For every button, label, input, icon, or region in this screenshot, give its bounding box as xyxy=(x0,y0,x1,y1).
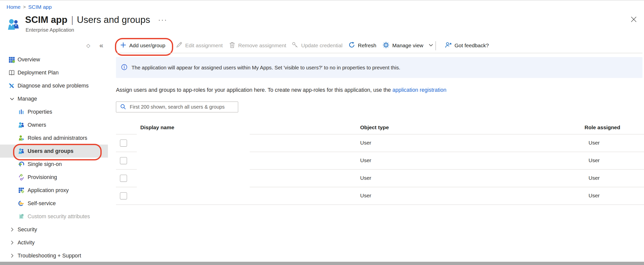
page-title-app-name: SCIM app xyxy=(25,15,68,25)
row-checkbox[interactable] xyxy=(120,140,127,147)
role-assigned-cell: User xyxy=(589,187,600,204)
sidebar-item-label: Single sign-on xyxy=(28,161,62,167)
plus-icon xyxy=(120,42,126,50)
sidebar-item-label: Custom security attributes xyxy=(28,213,90,220)
context-menu-button[interactable]: ··· xyxy=(158,16,167,24)
sidebar-section-activity[interactable]: Activity xyxy=(0,236,108,249)
add-user-group-label: Add user/group xyxy=(129,42,165,49)
sidebar-section-label: Manage xyxy=(18,96,37,102)
book-icon xyxy=(8,69,15,76)
pencil-icon xyxy=(176,41,182,50)
sidebar-section-manage[interactable]: Manage xyxy=(0,92,108,105)
object-type-cell: User xyxy=(360,134,371,152)
owners-people-icon xyxy=(18,122,25,128)
sidebar-item-custom-security-attributes[interactable]: Custom security attributes xyxy=(0,210,108,223)
info-banner: The application will appear for assigned… xyxy=(116,57,642,78)
application-proxy-icon xyxy=(18,187,25,194)
remove-assignment-button[interactable]: Remove assignment xyxy=(229,39,286,52)
table-bottom-line xyxy=(116,204,644,205)
users-groups-icon xyxy=(18,148,25,154)
assign-description-text: Assign users and groups to app-roles for… xyxy=(116,87,393,93)
breadcrumb: Home > SCIM app xyxy=(7,4,52,10)
toolbar-divider xyxy=(116,53,642,53)
collapse-menu-button[interactable]: « xyxy=(99,39,103,52)
chevron-right-icon xyxy=(9,253,15,259)
update-credential-button[interactable]: Update credential xyxy=(292,39,343,52)
azure-portal-users-and-groups-blade: Home > SCIM app SCIM app | Users and gro… xyxy=(0,0,644,265)
role-assigned-cell: User xyxy=(589,152,600,169)
page-title: SCIM app | Users and groups xyxy=(25,15,150,25)
sidebar-section-label: Activity xyxy=(18,240,35,246)
role-assigned-cell: User xyxy=(589,169,600,187)
sidebar-section-security[interactable]: Security xyxy=(0,223,108,236)
column-header-object-type[interactable]: Object type xyxy=(360,124,389,131)
overview-grid-icon xyxy=(8,56,15,63)
search-icon xyxy=(120,103,126,111)
row-checkbox[interactable] xyxy=(120,175,127,182)
redacted-display-names-overlay xyxy=(137,131,250,202)
search-input[interactable] xyxy=(129,102,238,112)
add-user-group-button[interactable]: Add user/group xyxy=(120,39,165,52)
chevron-down-icon xyxy=(9,96,15,102)
manage-view-button[interactable]: Manage view xyxy=(382,39,434,52)
user-search-box xyxy=(116,102,238,112)
sidebar-item-diagnose-and-solve-problems[interactable]: Diagnose and solve problems xyxy=(0,79,108,92)
horizontal-scrollbar[interactable] xyxy=(0,262,644,265)
chevron-down-icon xyxy=(428,42,434,49)
sidebar-item-overview[interactable]: Overview xyxy=(0,53,108,66)
manage-view-label: Manage view xyxy=(392,42,423,49)
sidebar-item-properties[interactable]: Properties xyxy=(0,105,108,118)
column-header-role-assigned[interactable]: Role assigned xyxy=(585,124,620,131)
breadcrumb-home-link[interactable]: Home xyxy=(7,4,21,10)
enterprise-app-users-icon xyxy=(7,18,20,32)
sidebar-item-label: Overview xyxy=(18,57,40,63)
sidebar-item-single-sign-on[interactable]: Single sign-on xyxy=(0,158,108,171)
application-registration-link[interactable]: application registration xyxy=(393,87,446,93)
sidebar-item-deployment-plan[interactable]: Deployment Plan xyxy=(0,66,108,79)
sidebar-item-label: Owners xyxy=(28,122,46,128)
sidebar-item-provisioning[interactable]: Provisioning xyxy=(0,171,108,184)
assign-description: Assign users and groups to app-roles for… xyxy=(116,87,446,93)
sidebar-section-label: Troubleshooting + Support xyxy=(18,253,81,259)
info-icon xyxy=(121,64,127,71)
row-checkbox[interactable] xyxy=(120,157,127,164)
refresh-label: Refresh xyxy=(358,42,376,49)
trash-icon xyxy=(229,41,235,50)
sidebar-item-owners[interactable]: Owners xyxy=(0,118,108,131)
sidebar-item-label: Diagnose and solve problems xyxy=(18,83,89,89)
sidebar-item-label: Properties xyxy=(28,109,52,115)
sidebar-item-label: Users and groups xyxy=(28,148,74,154)
sidebar-item-label: Application proxy xyxy=(28,187,69,194)
got-feedback-button[interactable]: Got feedback? xyxy=(445,39,489,52)
sidebar-item-label: Self-service xyxy=(28,200,56,207)
provisioning-sync-icon xyxy=(18,174,25,181)
edit-assignment-button[interactable]: Edit assignment xyxy=(176,39,223,52)
row-checkbox[interactable] xyxy=(120,192,127,199)
collapse-chevrons-icon: « xyxy=(99,41,103,50)
sidebar-item-application-proxy[interactable]: Application proxy xyxy=(0,184,108,197)
sidebar-item-users-and-groups[interactable]: Users and groups xyxy=(0,145,108,158)
resize-diamond-icon: ◇ xyxy=(86,42,90,49)
refresh-icon xyxy=(348,41,355,50)
object-type-cell: User xyxy=(360,152,371,169)
sidebar-section-troubleshooting-support[interactable]: Troubleshooting + Support xyxy=(0,249,108,262)
sidebar-item-roles-and-administrators[interactable]: Roles and administrators xyxy=(0,131,108,145)
object-type-cell: User xyxy=(360,187,371,204)
tools-icon xyxy=(8,82,15,89)
info-banner-text: The application will appear for assigned… xyxy=(132,65,400,71)
roles-admin-icon xyxy=(18,135,25,141)
object-type-cell: User xyxy=(360,169,371,187)
sidebar-item-self-service[interactable]: Self-service xyxy=(0,197,108,210)
key-icon xyxy=(292,41,298,50)
refresh-button[interactable]: Refresh xyxy=(348,39,376,52)
single-sign-on-icon xyxy=(18,161,25,167)
column-header-display-name[interactable]: Display name xyxy=(140,124,174,131)
page-title-separator: | xyxy=(71,15,73,25)
blade-resize-handle[interactable]: ◇ xyxy=(86,39,90,52)
sidebar-item-label: Roles and administrators xyxy=(28,135,87,141)
chevron-right-icon xyxy=(9,240,15,246)
close-blade-button[interactable] xyxy=(630,16,637,24)
feedback-person-icon xyxy=(445,41,452,50)
breadcrumb-scim-app-link[interactable]: SCIM app xyxy=(28,4,52,10)
chevron-right-icon xyxy=(9,227,15,233)
